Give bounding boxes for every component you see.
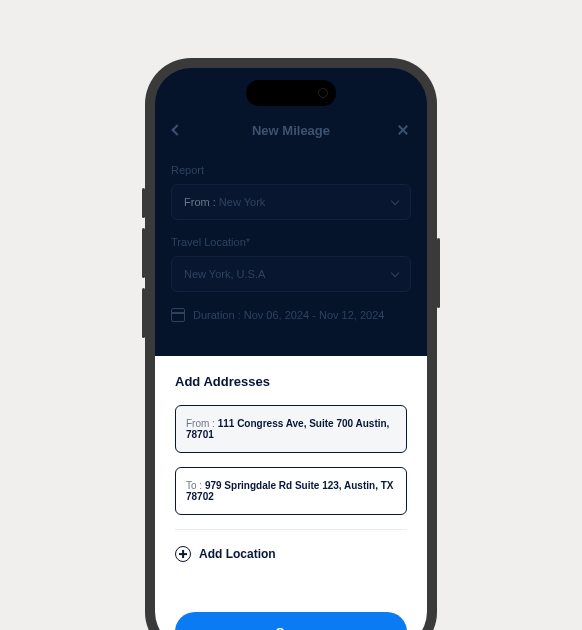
travel-location-label: Travel Location*: [171, 236, 411, 248]
back-icon[interactable]: [171, 124, 182, 135]
report-label: Report: [171, 164, 411, 176]
power-button: [437, 238, 440, 308]
travel-location-value: New York, U.S.A: [184, 268, 265, 280]
divider: [175, 529, 407, 530]
bottom-sheet: Add Addresses From : 111 Congress Ave, S…: [155, 356, 427, 630]
chevron-down-icon: [391, 196, 399, 204]
to-address-value: 979 Springdale Rd Suite 123, Austin, TX …: [186, 480, 393, 502]
volume-down: [142, 288, 145, 338]
phone-frame: New Mileage Report From : New York Trave…: [145, 58, 437, 630]
duration-row[interactable]: Duration : Nov 06, 2024 - Nov 12, 2024: [171, 308, 411, 322]
from-prefix: From :: [186, 418, 218, 429]
sheet-title: Add Addresses: [175, 374, 407, 389]
report-select[interactable]: From : New York: [171, 184, 411, 220]
dynamic-island: [246, 80, 336, 106]
header-bar: New Mileage: [155, 124, 427, 136]
to-prefix: To :: [186, 480, 205, 491]
background-form: Report From : New York Travel Location* …: [171, 164, 411, 322]
volume-switch: [142, 188, 145, 218]
to-address-input[interactable]: To : 979 Springdale Rd Suite 123, Austin…: [175, 467, 407, 515]
calendar-icon: [171, 308, 185, 322]
screen: New Mileage Report From : New York Trave…: [155, 68, 427, 630]
report-value: From : New York: [184, 196, 265, 208]
add-location-label: Add Location: [199, 547, 276, 561]
chevron-down-icon: [391, 268, 399, 276]
save-button[interactable]: Save: [175, 612, 407, 630]
close-icon[interactable]: [397, 124, 409, 136]
duration-text: Duration : Nov 06, 2024 - Nov 12, 2024: [193, 309, 384, 321]
add-location-button[interactable]: Add Location: [175, 546, 407, 562]
travel-location-select[interactable]: New York, U.S.A: [171, 256, 411, 292]
plus-circle-icon: [175, 546, 191, 562]
page-title: New Mileage: [252, 123, 330, 138]
volume-up: [142, 228, 145, 278]
save-label: Save: [276, 625, 306, 631]
from-address-input[interactable]: From : 111 Congress Ave, Suite 700 Austi…: [175, 405, 407, 453]
